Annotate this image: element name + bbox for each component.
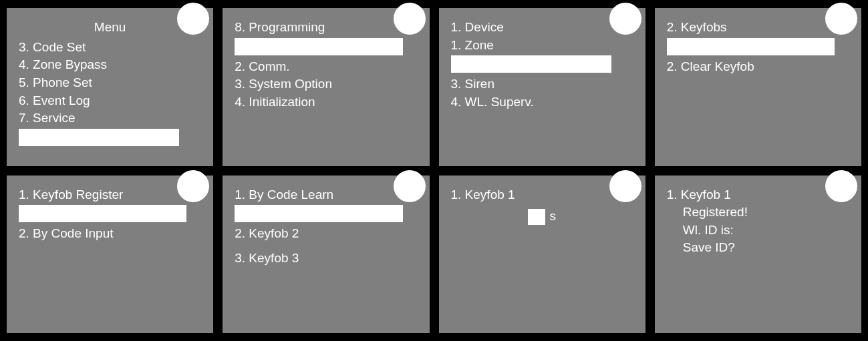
menu-item: 3. Siren [451, 75, 633, 93]
menu-item: 2. By Code Input [19, 225, 201, 243]
menu-item: 2. Keyfob 2 [235, 225, 417, 243]
menu-item: 3. System Option [235, 75, 417, 93]
menu-item: 2. Keyfobs [667, 19, 849, 37]
menu-item: 6. Event Log [19, 92, 201, 110]
highlight-bar [451, 55, 611, 73]
menu-item: 1. By Code Learn [235, 186, 417, 204]
menu-item: 5. Phone Set [19, 74, 201, 92]
step-dot [177, 3, 209, 35]
step-dot [825, 170, 857, 202]
menu-item: 1. Zone [451, 37, 633, 55]
menu-item: 4. Zone Bypass [19, 56, 201, 74]
countdown-row: s [451, 208, 633, 225]
menu-item: 2. Clear Keyfob [667, 58, 849, 76]
panel-menu: Menu 3. Code Set 4. Zone Bypass 5. Phone… [7, 8, 213, 166]
highlight-bar [235, 205, 402, 222]
menu-item: 4. WL. Superv. [451, 93, 633, 111]
status-line: Save ID? [667, 239, 849, 257]
step-dot [394, 3, 426, 35]
status-line: Registered! [667, 204, 849, 222]
countdown-box [528, 209, 545, 225]
highlight-bar [235, 38, 402, 55]
highlight-bar [19, 205, 186, 222]
panel-keyfobs: 2. Keyfobs 2. Clear Keyfob [655, 8, 861, 166]
step-dot [609, 170, 641, 202]
panel-keyfob1-registered: 1. Keyfob 1 Registered! Wl. ID is: Save … [655, 176, 861, 334]
step-dot [394, 170, 426, 202]
menu-item: 1. Device [451, 19, 633, 37]
menu-item: 4. Initialization [235, 93, 417, 111]
seconds-suffix: s [549, 209, 556, 223]
status-line: Wl. ID is: [667, 222, 849, 240]
panel-keyfob1-wait: 1. Keyfob 1 s [439, 176, 645, 334]
screen-grid: Menu 3. Code Set 4. Zone Bypass 5. Phone… [0, 0, 868, 341]
menu-item: 8. Programming [235, 19, 417, 37]
highlight-bar [19, 129, 179, 146]
menu-item: 3. Code Set [19, 39, 201, 57]
step-dot [609, 3, 641, 35]
panel-title: Menu [19, 19, 201, 36]
step-dot [177, 170, 209, 202]
panel-keyfob-register: 1. Keyfob Register 2. By Code Input [7, 176, 213, 334]
menu-item: 1. Keyfob Register [19, 186, 201, 204]
menu-item: 2. Comm. [235, 58, 417, 76]
menu-item: 7. Service [19, 109, 201, 127]
menu-item: 3. Keyfob 3 [235, 250, 417, 268]
panel-device: 1. Device 1. Zone 3. Siren 4. WL. Superv… [439, 8, 645, 166]
panel-programming: 8. Programming 2. Comm. 3. System Option… [223, 8, 429, 166]
highlight-bar [667, 38, 835, 55]
panel-code-learn: 1. By Code Learn 2. Keyfob 2 3. Keyfob 3 [223, 176, 429, 334]
step-dot [825, 3, 857, 35]
menu-item: 1. Keyfob 1 [667, 186, 849, 204]
menu-item: 1. Keyfob 1 [451, 186, 633, 204]
